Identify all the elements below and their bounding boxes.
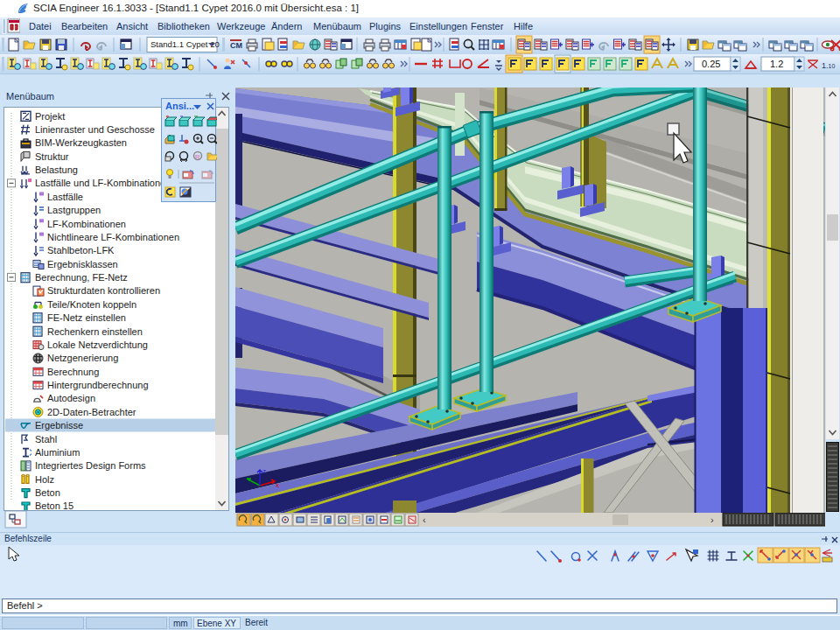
svg-text:Autodesign: Autodesign <box>47 393 95 403</box>
svg-text:Projekt: Projekt <box>35 111 65 122</box>
svg-text:0.25: 0.25 <box>702 59 720 69</box>
svg-text:FE-Netz einstellen: FE-Netz einstellen <box>47 312 126 323</box>
svg-text:Lastgruppen: Lastgruppen <box>47 205 101 215</box>
svg-text:Strukturdaten kontrollieren: Strukturdaten kontrollieren <box>47 285 160 296</box>
svg-text:Hintergrundberechnung: Hintergrundberechnung <box>47 380 149 390</box>
svg-text:Holz: Holz <box>35 474 54 485</box>
svg-text:Stahlbeton-LFK: Stahlbeton-LFK <box>47 245 115 256</box>
svg-text:Berechnung, FE-Netz: Berechnung, FE-Netz <box>35 272 128 283</box>
svg-text:Lokale Netzverdichtung: Lokale Netzverdichtung <box>47 340 148 350</box>
svg-text:Beton 15: Beton 15 <box>35 500 74 510</box>
svg-text:1.2: 1.2 <box>770 59 783 69</box>
svg-text:R: R <box>195 153 200 161</box>
svg-text:LF-Kombinationen: LF-Kombinationen <box>47 219 126 229</box>
svg-text:Rechenkern einstellen: Rechenkern einstellen <box>47 326 143 337</box>
svg-text:Belastung: Belastung <box>35 164 78 175</box>
svg-text:Nichtlineare LF-Kombinationen: Nichtlineare LF-Kombinationen <box>47 232 179 242</box>
svg-text:Lastfälle und LF-Kombinationen: Lastfälle und LF-Kombinationen <box>35 178 171 188</box>
svg-text:Linienraster und Geschosse: Linienraster und Geschosse <box>35 124 155 135</box>
svg-text:Teile/Knoten koppeln: Teile/Knoten koppeln <box>47 299 136 310</box>
svg-text:Beton: Beton <box>35 487 60 498</box>
svg-text:›: › <box>710 514 714 525</box>
svg-text:Stand1.1 Cypet 20: Stand1.1 Cypet 20 <box>150 39 220 49</box>
svg-text:Integriertes Design Forms: Integriertes Design Forms <box>35 460 146 471</box>
svg-text:Netzgenerierung: Netzgenerierung <box>47 353 118 363</box>
svg-text:Stahl: Stahl <box>35 434 57 444</box>
svg-text:Aluminium: Aluminium <box>35 447 80 458</box>
svg-text:Lastfälle: Lastfälle <box>47 192 83 202</box>
svg-text:2D-Daten-Betrachter: 2D-Daten-Betrachter <box>47 407 136 417</box>
svg-text:Ergebnisse: Ergebnisse <box>35 420 83 430</box>
svg-text:BIM-Werkzeugkasten: BIM-Werkzeugkasten <box>35 137 127 148</box>
svg-text:‹: ‹ <box>423 514 426 525</box>
svg-text:1.10: 1.10 <box>822 61 835 70</box>
svg-text:Berechnung: Berechnung <box>47 367 99 377</box>
svg-text:Struktur: Struktur <box>35 151 69 162</box>
svg-text:z: z <box>262 467 266 475</box>
svg-text:x: x <box>276 481 279 489</box>
svg-text:Ergebnisklassen: Ergebnisklassen <box>47 259 118 270</box>
svg-text:Ansi...: Ansi... <box>165 101 194 111</box>
